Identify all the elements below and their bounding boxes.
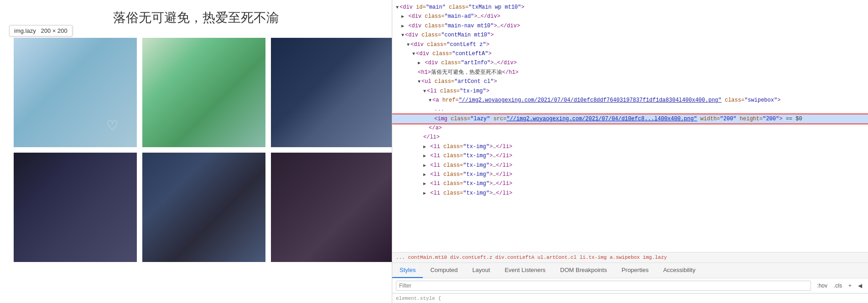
dom-line-10[interactable]: ▼<li class="tx-img"> — [392, 87, 868, 96]
hov-button[interactable]: :hov — [815, 282, 830, 290]
dom-line-6[interactable]: ▼<div class="contLeftA"> — [392, 49, 868, 58]
dom-line-9[interactable]: ▼<ul class="artCont cl"> — [392, 77, 868, 86]
tooltip-tag: img.lazy — [14, 27, 36, 34]
image-5[interactable] — [142, 153, 265, 262]
arrow-icon: ▶ — [423, 154, 426, 159]
arrow-icon: ▶ — [423, 191, 426, 196]
element-style-text: element.style { — [396, 296, 441, 301]
dom-line-li-5[interactable]: ▶ <li class="tx-img">…</li> — [392, 170, 868, 179]
breadcrumb-text: ... contMain.mt10 div.contLeft.z div.con… — [396, 255, 667, 260]
image-3[interactable] — [271, 38, 392, 147]
arrow-icon: ▼ — [412, 51, 415, 56]
dom-line-3[interactable]: ▶ <div class="main-nav mt10">…</div> — [392, 21, 868, 31]
dom-line-5[interactable]: ▼<div class="contLeft z"> — [392, 40, 868, 49]
dom-line-li-7[interactable]: ▶ <li class="tx-img">…</li> — [392, 189, 868, 198]
dom-tree[interactable]: ▼<div id="main" class="txMain wp mt10"> … — [392, 0, 868, 252]
dom-line-img-selected[interactable]: <img class="lazy" src="//img2.woyaogexin… — [392, 114, 868, 123]
img-tooltip: img.lazy 200 × 200 — [9, 25, 73, 36]
dom-line-7[interactable]: ▶ <div class="artInfo">…</div> — [392, 58, 868, 67]
arrow-button[interactable]: ◀ — [856, 282, 864, 290]
tab-accessibility[interactable]: Accessibility — [656, 263, 703, 278]
dom-line-close-a[interactable]: </a> — [392, 123, 868, 133]
tooltip-size: 200 × 200 — [41, 27, 68, 34]
image-4[interactable] — [14, 153, 137, 262]
arrow-icon: ▼ — [401, 33, 404, 38]
element-style-preview: element.style { — [392, 293, 868, 303]
arrow-icon: ▼ — [429, 98, 431, 103]
arrow-icon: ▶ — [423, 144, 426, 149]
tab-computed[interactable]: Computed — [423, 263, 465, 278]
dom-line-2[interactable]: ▶ <div class="main-ad">…</div> — [392, 12, 868, 21]
cls-button[interactable]: .cls — [832, 282, 844, 290]
dom-line-close-li[interactable]: </li> — [392, 133, 868, 142]
webpage-panel: 落俗无可避免，热爱至死不渝 img.lazy 200 × 200 — [0, 0, 392, 303]
dom-line-11[interactable]: ▼<a href="//img2.woyaogexing.com/2021/07… — [392, 96, 868, 105]
image-2[interactable] — [142, 38, 265, 147]
image-6[interactable] — [271, 153, 392, 262]
dom-line-li-6[interactable]: ▶ <li class="tx-img">…</li> — [392, 179, 868, 188]
filter-buttons: :hov .cls + ◀ — [815, 282, 864, 290]
dom-line-li-3[interactable]: ▶ <li class="tx-img">…</li> — [392, 151, 868, 160]
tabs-bar: Styles Computed Layout Event Listeners D… — [392, 263, 868, 278]
image-1[interactable] — [14, 38, 137, 147]
arrow-icon: ▼ — [407, 42, 410, 47]
tab-styles[interactable]: Styles — [392, 263, 423, 278]
arrow-icon: ▶ — [401, 14, 404, 19]
expand-dots[interactable]: ... — [434, 106, 444, 113]
tab-layout[interactable]: Layout — [465, 263, 497, 278]
image-grid — [0, 33, 392, 267]
tab-event-listeners[interactable]: Event Listeners — [497, 263, 553, 278]
dom-line-li-4[interactable]: ▶ <li class="tx-img">…</li> — [392, 161, 868, 170]
arrow-icon: ▼ — [396, 5, 399, 10]
tab-dom-breakpoints[interactable]: DOM Breakpoints — [553, 263, 614, 278]
breadcrumb-bar: ... contMain.mt10 div.contLeft.z div.con… — [392, 252, 868, 263]
dom-line-8[interactable]: <h1>落俗无可避免，热爱至死不渝</h1> — [392, 68, 868, 77]
arrow-icon: ▼ — [423, 89, 426, 94]
filter-input[interactable] — [396, 281, 811, 291]
tab-properties[interactable]: Properties — [614, 263, 656, 278]
arrow-icon: ▶ — [423, 163, 426, 168]
arrow-icon: ▶ — [423, 172, 426, 177]
devtools-panel: ▼<div id="main" class="txMain wp mt10"> … — [392, 0, 868, 303]
dom-line-1[interactable]: ▼<div id="main" class="txMain wp mt10"> — [392, 3, 868, 12]
dom-line-li-2[interactable]: ▶ <li class="tx-img">…</li> — [392, 142, 868, 151]
arrow-icon: ▶ — [418, 61, 421, 66]
dom-line-dots[interactable]: ... — [392, 105, 868, 114]
filter-bar: :hov .cls + ◀ — [392, 278, 868, 293]
arrow-icon: ▶ — [423, 181, 426, 186]
dom-line-4[interactable]: ▼<div class="contMain mt10"> — [392, 31, 868, 40]
plus-button[interactable]: + — [846, 282, 854, 290]
arrow-icon: ▶ — [401, 24, 404, 29]
arrow-icon: ▼ — [418, 79, 421, 84]
